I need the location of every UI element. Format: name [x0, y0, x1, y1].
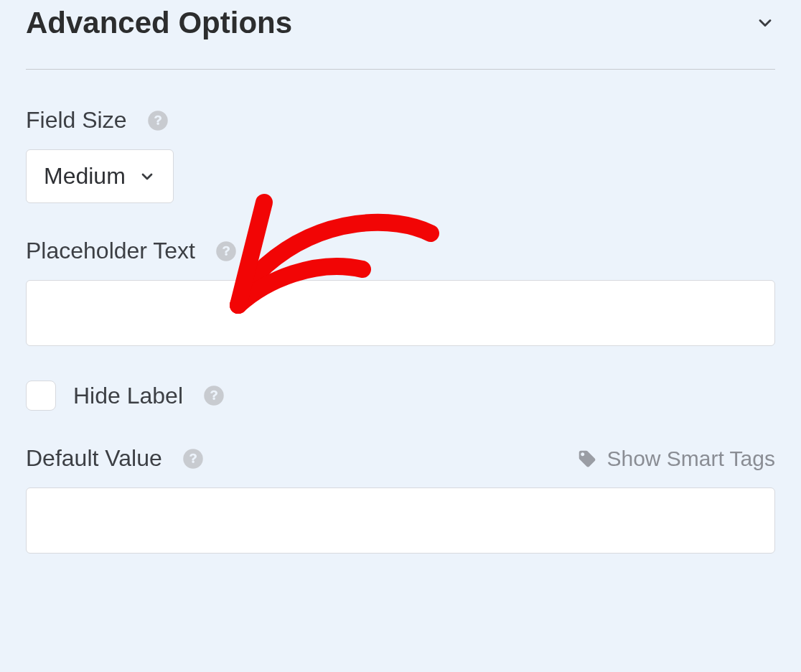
help-icon[interactable]	[182, 448, 204, 470]
help-icon[interactable]	[215, 241, 237, 262]
section-divider	[26, 69, 775, 70]
hide-label-checkbox[interactable]	[26, 381, 56, 411]
default-value-group: Default Value Show Smart Tags	[26, 445, 775, 554]
section-title: Advanced Options	[26, 6, 292, 40]
help-icon[interactable]	[147, 110, 169, 131]
chevron-down-icon	[755, 13, 775, 33]
hide-label-text: Hide Label	[73, 383, 183, 409]
hide-label-row: Hide Label	[26, 381, 775, 411]
field-size-value: Medium	[44, 163, 126, 190]
advanced-options-header[interactable]: Advanced Options	[26, 0, 775, 69]
default-value-input[interactable]	[26, 487, 775, 554]
placeholder-text-label: Placeholder Text	[26, 238, 195, 264]
field-size-group: Field Size Medium	[26, 107, 775, 203]
placeholder-text-input[interactable]	[26, 280, 775, 346]
smart-tags-label: Show Smart Tags	[606, 447, 775, 471]
chevron-down-icon	[139, 168, 156, 185]
tag-icon	[576, 448, 598, 470]
help-icon[interactable]	[203, 385, 225, 406]
show-smart-tags-link[interactable]: Show Smart Tags	[576, 447, 775, 471]
default-value-label: Default Value	[26, 445, 162, 472]
placeholder-text-group: Placeholder Text	[26, 238, 775, 346]
field-size-label: Field Size	[26, 107, 127, 134]
field-size-select[interactable]: Medium	[26, 149, 174, 203]
